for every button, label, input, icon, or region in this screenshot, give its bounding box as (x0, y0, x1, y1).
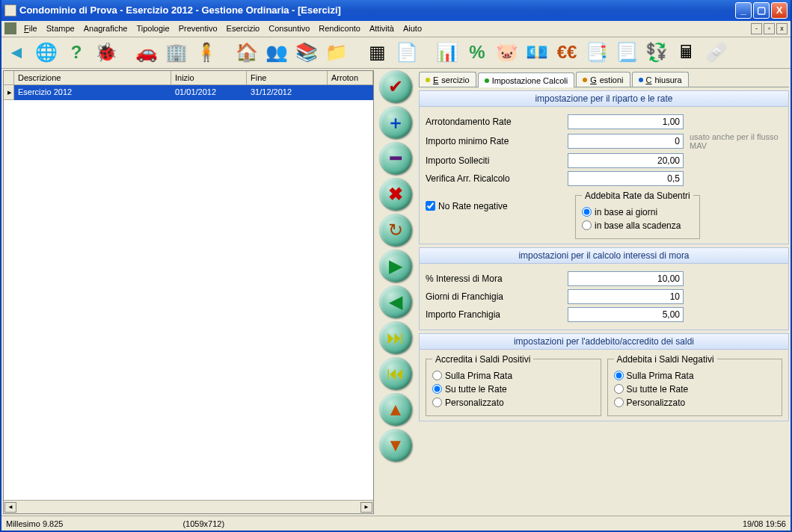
delete-button[interactable]: ✖ (379, 178, 412, 211)
fieldset-addebita-subentri: Addebita Rate da Subentri in base ai gio… (575, 191, 700, 239)
section-saldi-title: impostazioni per l'addebito/accredito de… (420, 334, 788, 350)
menu-stampe[interactable]: Stampe (42, 22, 79, 34)
up-button[interactable]: ▲ (379, 393, 412, 426)
grid-icon[interactable]: ▦ (365, 40, 389, 64)
tab-impostazione-calcoli[interactable]: Impostazione Calcoli (478, 72, 575, 87)
status-datetime: 19/08 19:56 (743, 519, 786, 528)
grid-panel: Descrizione Inizio Fine Arroton ▸ Eserci… (3, 70, 374, 514)
piechart-icon[interactable]: 📊 (435, 40, 459, 64)
legend-addebita-subentri: Addebita Rate da Subentri (582, 191, 693, 201)
confirm-button[interactable]: ✔ (379, 70, 412, 103)
radio-giorni[interactable] (582, 207, 592, 217)
menu-app-icon (4, 22, 16, 34)
menu-tipologie[interactable]: Tipologie (132, 22, 174, 34)
help-icon[interactable]: ? (64, 40, 88, 64)
person-icon[interactable]: 🧍 (194, 40, 218, 64)
house-icon[interactable]: 🏠 (235, 40, 259, 64)
remove-button[interactable]: ━ (379, 142, 412, 175)
section-mora: impostazioni per il calcolo interessi di… (419, 247, 789, 330)
building-icon[interactable]: 🏢 (165, 40, 188, 64)
tab-gestioni[interactable]: Gestioni (576, 72, 630, 87)
globe-icon[interactable]: 🌐 (34, 40, 58, 64)
input-verifica-arr[interactable] (568, 171, 684, 186)
play-next-button[interactable]: ▶ (379, 250, 412, 282)
medical-icon[interactable]: 🩹 (704, 40, 728, 64)
minimize-button[interactable]: _ (735, 2, 752, 19)
people-icon[interactable]: 👥 (265, 40, 289, 64)
radio-neg-prima[interactable] (614, 371, 624, 380)
last-button[interactable]: ⏭ (379, 321, 412, 354)
radio-pos-personalizzato[interactable] (432, 398, 442, 407)
menu-anagrafiche[interactable]: Anagrafiche (79, 22, 132, 34)
radio-scadenza[interactable] (582, 220, 592, 230)
menu-file[interactable]: File (19, 22, 42, 34)
refresh-button[interactable]: ↻ (379, 214, 412, 247)
menu-attivita[interactable]: Attività (365, 22, 399, 34)
input-interessi-mora[interactable] (568, 271, 684, 286)
books-icon[interactable]: 📚 (295, 40, 319, 64)
euro-icon[interactable]: €€ (555, 40, 579, 64)
maximize-button[interactable]: ▢ (753, 2, 770, 19)
add-button[interactable]: ＋ (379, 106, 412, 139)
radio-neg-personalizzato[interactable] (614, 398, 624, 407)
down-button[interactable]: ▼ (379, 429, 412, 462)
section-riparto: impostazione per il riparto e le rate Ar… (419, 90, 789, 244)
input-importo-solleciti[interactable] (568, 153, 684, 168)
first-button[interactable]: ⏮ (379, 357, 412, 390)
piggy-bank-icon[interactable]: 🐷 (495, 40, 519, 64)
play-prev-button[interactable]: ◀ (379, 285, 412, 318)
checkbox-no-rate-negative[interactable] (426, 201, 435, 211)
legend-saldi-negativi: Addebita i Saldi Negativi (614, 354, 717, 365)
label-radio-scadenza: in base alla scadenza (595, 220, 681, 231)
scroll-right-button[interactable]: ► (360, 502, 372, 513)
back-icon[interactable]: ◄ (4, 40, 28, 64)
label-importo-minimo: Importo minimo Rate (426, 136, 568, 146)
fieldset-saldi-negativi: Addebita i Saldi Negativi Sulla Prima Ra… (607, 354, 783, 416)
menu-esercizio[interactable]: Esercizio (222, 22, 265, 34)
bug-icon[interactable]: 🐞 (94, 40, 118, 64)
section-mora-title: impostazioni per il calcolo interessi di… (420, 248, 788, 264)
list-icon[interactable]: 📄 (395, 40, 419, 64)
euro-percent-icon[interactable]: 💱 (645, 40, 669, 64)
grid-header-fine[interactable]: Fine (247, 71, 328, 84)
menu-aiuto[interactable]: Aiuto (399, 22, 426, 34)
radio-pos-prima[interactable] (432, 371, 442, 380)
label-interessi-mora: % Interessi di Mora (426, 273, 568, 284)
euro-coin-icon[interactable]: 💶 (525, 40, 549, 64)
input-giorni-franchigia[interactable] (568, 289, 684, 304)
cell-descrizione: Esercizio 2012 (14, 85, 171, 100)
menu-rendiconto[interactable]: Rendiconto (314, 22, 365, 34)
close-button[interactable]: X (771, 2, 788, 19)
status-resolution: (792x532) (182, 519, 224, 528)
cell-inizio: 01/01/2012 (171, 85, 247, 100)
grid-header-arroton[interactable]: Arroton (328, 71, 373, 84)
row-indicator-icon: ▸ (4, 85, 14, 100)
scroll-left-button[interactable]: ◄ (4, 502, 16, 513)
doc-euro-icon[interactable]: 📃 (615, 40, 639, 64)
percent-icon[interactable]: % (465, 40, 489, 64)
folder-icon[interactable]: 📁 (325, 40, 349, 64)
radio-pos-tutte[interactable] (432, 384, 442, 394)
menu-consuntivo[interactable]: Consuntivo (264, 22, 314, 34)
mdi-minimize-button[interactable]: - (751, 23, 762, 34)
input-importo-minimo[interactable] (568, 134, 684, 149)
tab-esercizio[interactable]: Esercizio (419, 72, 476, 87)
grid-header-descrizione[interactable]: Descrizione (14, 71, 171, 84)
label-arrotondamento: Arrotondamento Rate (426, 117, 568, 127)
label-importo-solleciti: Importo Solleciti (426, 155, 568, 166)
copy-icon[interactable]: 📑 (585, 40, 609, 64)
tab-chiusura[interactable]: Chiusura (632, 72, 689, 87)
grid-row-indicator-header (4, 71, 14, 84)
input-arrotondamento[interactable] (568, 114, 684, 129)
calculator-icon[interactable]: 🖩 (675, 40, 699, 64)
input-importo-franchigia[interactable] (568, 307, 684, 322)
legend-saldi-positivi: Accredita i Saldi Positivi (432, 354, 533, 365)
grid-row[interactable]: ▸ Esercizio 2012 01/01/2012 31/12/2012 (4, 85, 373, 100)
radio-neg-tutte[interactable] (614, 384, 624, 394)
car-icon[interactable]: 🚗 (135, 40, 159, 64)
mdi-close-button[interactable]: x (776, 23, 788, 34)
mdi-restore-button[interactable]: ▫ (764, 23, 775, 34)
label-verifica-arr: Verifica Arr. Ricalcolo (426, 173, 568, 184)
grid-header-inizio[interactable]: Inizio (171, 71, 247, 84)
menu-preventivo[interactable]: Preventivo (174, 22, 222, 34)
